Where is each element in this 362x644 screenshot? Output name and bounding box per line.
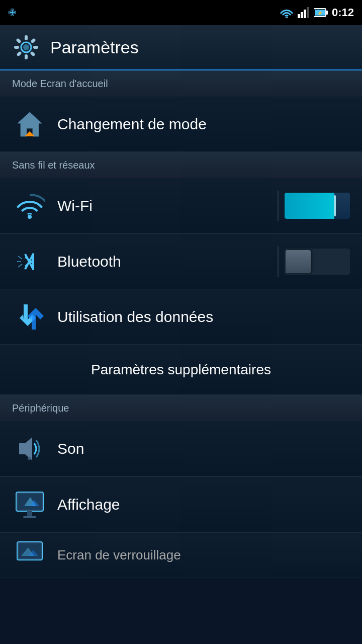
svg-marker-30 bbox=[19, 437, 32, 460]
svg-rect-37 bbox=[23, 516, 36, 518]
data-usage-label: Utilisation des données bbox=[57, 308, 350, 326]
svg-line-25 bbox=[18, 256, 22, 259]
bluetooth-toggle-container bbox=[278, 247, 350, 277]
wifi-toggle-container bbox=[278, 191, 350, 221]
display-icon bbox=[12, 487, 47, 522]
svg-line-27 bbox=[18, 264, 22, 267]
svg-rect-14 bbox=[33, 46, 38, 49]
more-settings-label: Paramètres supplémentaires bbox=[12, 362, 350, 378]
svg-rect-4 bbox=[307, 7, 309, 18]
settings-title: Paramètres bbox=[50, 38, 139, 57]
svg-rect-6 bbox=[326, 11, 328, 15]
menu-item-affichage[interactable]: Affichage bbox=[0, 477, 362, 532]
svg-rect-17 bbox=[16, 38, 21, 43]
signal-icon bbox=[298, 7, 310, 18]
menu-item-more-settings[interactable]: Paramètres supplémentaires bbox=[0, 345, 362, 395]
section-home-header: Mode Ecran d'accueil bbox=[0, 70, 362, 97]
section-device-header: Périphérique bbox=[0, 395, 362, 421]
bluetooth-toggle[interactable] bbox=[285, 249, 350, 275]
section-device-label: Périphérique bbox=[12, 403, 69, 414]
svg-point-21 bbox=[28, 215, 32, 219]
svg-rect-16 bbox=[16, 51, 22, 56]
status-left: ✙ bbox=[8, 7, 17, 19]
svg-point-10 bbox=[23, 44, 29, 50]
status-bar: ✙ ⚡ 0:12 bbox=[0, 0, 362, 25]
menu-item-changement-mode[interactable]: Changement de mode bbox=[0, 97, 362, 152]
affichage-label: Affichage bbox=[57, 496, 350, 513]
sound-icon bbox=[12, 431, 47, 466]
home-mode-icon bbox=[12, 107, 47, 142]
wifi-icon bbox=[12, 188, 47, 223]
data-usage-icon bbox=[12, 299, 47, 335]
wifi-label: Wi-Fi bbox=[57, 197, 267, 214]
bluetooth-icon bbox=[12, 244, 47, 279]
ecran-verrouillage-label: Ecran de verrouillage bbox=[57, 547, 350, 563]
svg-rect-1 bbox=[298, 14, 300, 18]
status-time: 0:12 bbox=[332, 6, 354, 19]
usb-icon: ✙ bbox=[8, 7, 17, 19]
svg-rect-11 bbox=[25, 35, 28, 40]
bluetooth-label: Bluetooth bbox=[57, 253, 267, 270]
svg-rect-12 bbox=[25, 54, 28, 59]
section-wireless-header: Sans fil et réseaux bbox=[0, 152, 362, 178]
svg-rect-18 bbox=[30, 51, 35, 56]
section-wireless-label: Sans fil et réseaux bbox=[12, 159, 95, 171]
battery-icon: ⚡ bbox=[314, 7, 328, 18]
settings-gear-icon bbox=[12, 33, 40, 61]
wifi-status-icon bbox=[280, 7, 294, 18]
menu-item-son[interactable]: Son bbox=[0, 421, 362, 476]
section-home-label: Mode Ecran d'accueil bbox=[12, 78, 108, 90]
svg-rect-36 bbox=[27, 511, 32, 516]
svg-text:⚡: ⚡ bbox=[317, 10, 323, 16]
wifi-toggle[interactable] bbox=[285, 193, 350, 219]
svg-point-31 bbox=[28, 457, 31, 460]
settings-header: Paramètres bbox=[0, 25, 362, 70]
son-label: Son bbox=[57, 440, 350, 457]
menu-item-bluetooth[interactable]: Bluetooth bbox=[0, 234, 362, 289]
svg-rect-15 bbox=[30, 38, 36, 43]
menu-item-ecran-verrouillage[interactable]: Ecran de verrouillage bbox=[0, 533, 362, 578]
lock-screen-icon bbox=[12, 538, 47, 573]
svg-rect-3 bbox=[304, 10, 306, 18]
menu-item-data-usage[interactable]: Utilisation des données bbox=[0, 289, 362, 345]
svg-rect-13 bbox=[14, 46, 19, 49]
menu-item-wifi[interactable]: Wi-Fi bbox=[0, 178, 362, 233]
status-right: ⚡ 0:12 bbox=[280, 6, 354, 19]
svg-rect-2 bbox=[301, 12, 303, 18]
changement-mode-label: Changement de mode bbox=[57, 116, 350, 133]
